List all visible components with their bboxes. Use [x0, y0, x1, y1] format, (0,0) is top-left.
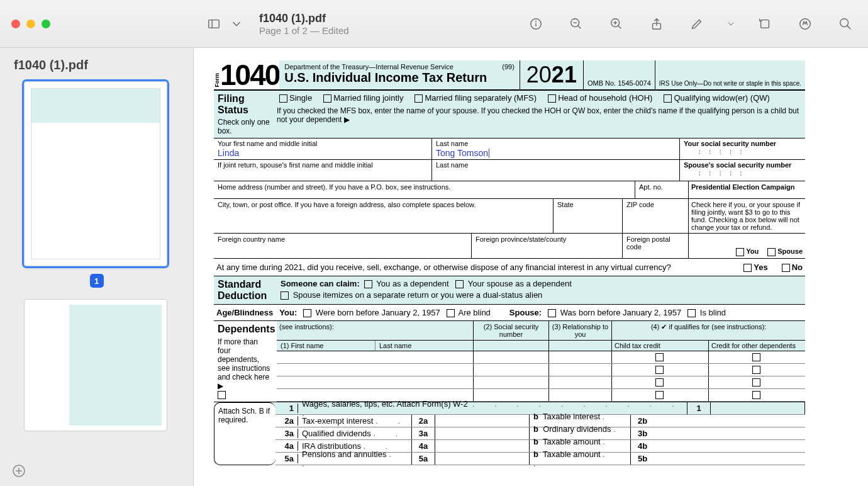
checkbox-spouse-dependent[interactable] — [455, 280, 464, 288]
sidebar-dropdown-icon[interactable] — [225, 13, 248, 35]
checkbox-single[interactable] — [279, 94, 287, 103]
dept-text: Department of the Treasury—Internal Reve… — [284, 63, 453, 71]
apt-label[interactable]: Apt. no. — [635, 181, 688, 198]
last-name-label: Last name — [436, 140, 676, 147]
checkbox-spouse-blind[interactable] — [687, 309, 696, 317]
document-subtitle: Page 1 of 2 — Edited — [259, 25, 525, 36]
titlebar: f1040 (1).pdf Page 1 of 2 — Edited — [0, 0, 868, 48]
markup-dropdown-icon[interactable] — [726, 13, 736, 35]
first-name-field[interactable]: Linda — [218, 147, 428, 158]
page-thumbnail-2[interactable] — [24, 299, 167, 431]
omb-number: OMB No. 1545-0074 — [584, 60, 655, 89]
spouse-ssn-label: Spouse's social security number — [684, 161, 801, 169]
dependent-row-3[interactable] — [277, 376, 805, 389]
checkbox-hoh[interactable] — [548, 94, 556, 103]
svg-line-6 — [578, 25, 581, 28]
sidebar-title: f1040 (1).pdf — [14, 58, 179, 72]
checkbox-you-born[interactable] — [303, 309, 311, 317]
rotate-icon[interactable] — [754, 13, 776, 35]
checkbox-dep4-ctc[interactable] — [655, 391, 664, 399]
svg-point-15 — [840, 18, 849, 26]
income-line-5a[interactable]: 5aPensions and annuities . .5ab Taxable … — [275, 453, 805, 465]
spouse-first-label: If joint return, spouse's first name and… — [218, 161, 428, 169]
foreign-postal-label[interactable]: Foreign postal code — [622, 234, 688, 258]
checkbox-qw[interactable] — [664, 94, 672, 103]
document-page[interactable]: Form 1040 Department of the Treasury—Int… — [194, 48, 868, 486]
checkbox-dep2-other[interactable] — [752, 366, 760, 374]
checkbox-mfs[interactable] — [415, 94, 423, 103]
foreign-country-label[interactable]: Foreign country name — [214, 234, 471, 258]
close-window-icon[interactable] — [11, 20, 20, 28]
checkbox-spouse-born[interactable] — [548, 309, 556, 317]
svg-line-16 — [847, 25, 851, 29]
zoom-out-icon[interactable] — [565, 13, 587, 35]
filing-status-heading: Filing Status — [218, 93, 248, 115]
fullscreen-window-icon[interactable] — [42, 20, 50, 28]
checkbox-mfj[interactable] — [323, 94, 331, 103]
checkbox-vc-no[interactable] — [782, 264, 790, 272]
first-name-label: Your first name and middle initial — [218, 140, 428, 147]
share-icon[interactable] — [645, 13, 668, 35]
age-blindness-heading: Age/Blindness — [216, 308, 273, 317]
form-label: Form — [214, 71, 220, 90]
checkbox-dep4-other[interactable] — [752, 391, 760, 399]
form-number: 1040 — [220, 60, 279, 89]
checkbox-pec-spouse[interactable] — [767, 248, 776, 256]
form-title: U.S. Individual Income Tax Return — [284, 71, 514, 85]
pec-text: Check here if you, or your spouse if fil… — [688, 199, 805, 233]
info-icon[interactable] — [525, 13, 547, 35]
highlight-icon[interactable] — [794, 13, 816, 35]
checkbox-more-dependents[interactable] — [218, 391, 226, 399]
checkbox-you-dependent[interactable] — [364, 280, 372, 288]
zoom-in-icon[interactable] — [605, 13, 628, 35]
last-name-field[interactable]: Tong Tomson — [436, 147, 676, 158]
checkbox-dep3-ctc[interactable] — [655, 378, 664, 387]
search-icon[interactable] — [834, 13, 857, 35]
dep-col-qual: (4) ✔ if qualifies for (see instructions… — [611, 321, 805, 340]
checkbox-vc-yes[interactable] — [743, 264, 752, 272]
dep-col-rel: (3) Relationship to you — [548, 321, 611, 340]
attach-note: Attach Sch. B if required. — [214, 402, 275, 465]
virtual-currency-question: At any time during 2021, did you receive… — [216, 263, 671, 272]
checkbox-itemize[interactable] — [281, 291, 289, 300]
dep-col-ssn: (2) Social security number — [473, 321, 548, 340]
foreign-province-label[interactable]: Foreign province/state/county — [471, 234, 622, 258]
document-title: f1040 (1).pdf — [259, 12, 525, 25]
state-label[interactable]: State — [553, 199, 622, 233]
checkbox-you-blind[interactable] — [447, 309, 455, 317]
sidebar-toggle-button[interactable] — [203, 13, 225, 35]
dependent-row-2[interactable] — [277, 364, 805, 376]
minimize-window-icon[interactable] — [26, 20, 35, 28]
markup-icon[interactable] — [686, 13, 708, 35]
spouse-last-label: Last name — [436, 161, 676, 169]
zip-label[interactable]: ZIP code — [622, 199, 688, 233]
thumbnail-sidebar: f1040 (1).pdf 1 — [0, 48, 194, 486]
dependents-heading: Dependents — [218, 324, 275, 334]
checkbox-dep3-other[interactable] — [752, 378, 760, 387]
home-address-label[interactable]: Home address (number and street). If you… — [214, 181, 635, 198]
irs-use-note: IRS Use Only—Do not write or staple in t… — [655, 60, 805, 89]
code-99: (99) — [502, 63, 515, 71]
checkbox-dep1-other[interactable] — [752, 353, 760, 361]
add-page-icon[interactable] — [11, 463, 26, 478]
checkbox-pec-you[interactable] — [736, 248, 744, 256]
city-label[interactable]: City, town, or post office. If you have … — [214, 199, 553, 233]
svg-point-4 — [536, 21, 537, 21]
checkbox-dep1-ctc[interactable] — [655, 353, 664, 361]
page-number-badge: 1 — [90, 274, 104, 288]
filing-status-note: Check only one box. — [218, 118, 273, 135]
tax-year: 2021 — [520, 60, 584, 89]
filing-instruction: If you checked the MFS box, enter the na… — [277, 105, 805, 127]
svg-line-9 — [618, 25, 621, 28]
checkbox-dep2-ctc[interactable] — [655, 366, 664, 374]
page-thumbnail-1[interactable] — [24, 81, 167, 266]
spouse-ssn-field[interactable]: ¦ ¦ ¦ ¦ ¦ — [684, 169, 801, 176]
spouse-first-field[interactable] — [218, 169, 428, 179]
dependent-row-1[interactable] — [277, 351, 805, 364]
svg-rect-13 — [761, 20, 769, 28]
svg-rect-0 — [209, 20, 220, 28]
ssn-field[interactable]: ¦ ¦ ¦ ¦ ¦ — [684, 147, 801, 154]
standard-deduction-heading: Standard Deduction — [214, 276, 277, 304]
dependents-more: If more than four dependents, see instru… — [218, 337, 273, 390]
pec-heading: Presidential Election Campaign — [691, 183, 794, 191]
